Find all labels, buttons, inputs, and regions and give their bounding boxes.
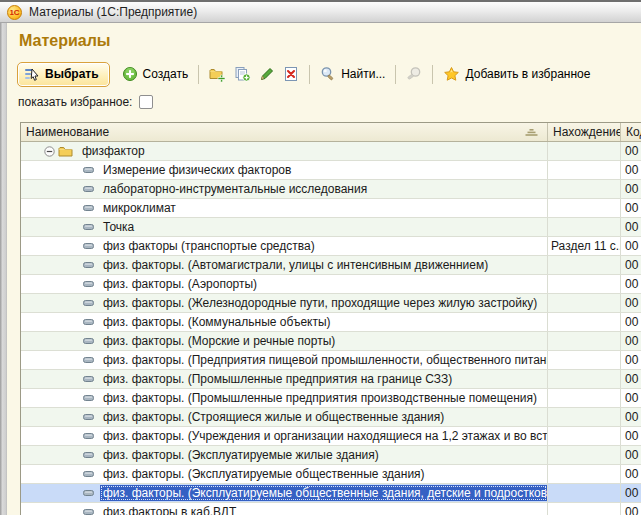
copy-item-button[interactable] <box>230 64 255 84</box>
row-label: физ. факторы. (Предприятия пищевой промы… <box>100 352 547 368</box>
add-favorite-button[interactable]: Добавить в избранное <box>439 64 594 84</box>
row-location <box>547 408 620 426</box>
sort-ascending-icon <box>525 128 538 137</box>
table-row[interactable]: физ. факторы. (Коммунальные объекты) 00 <box>21 313 641 332</box>
select-button[interactable]: Выбрать <box>17 62 110 87</box>
new-group-button[interactable] <box>205 64 230 84</box>
row-label: физ. факторы. (Автомагистрали, улицы с и… <box>100 257 491 273</box>
row-name-cell: физ. факторы. (Строящиеся жилые и общест… <box>21 408 547 426</box>
folder-icon <box>58 145 73 158</box>
cancel-search-button[interactable] <box>402 64 426 84</box>
row-location <box>547 465 620 483</box>
row-label: физ. факторы. (Промышленные предприятия … <box>100 390 540 406</box>
row-name-cell: физ факторы (транспортые средства) <box>21 237 547 255</box>
item-dash-icon <box>83 395 94 401</box>
table-row[interactable]: физ. факторы. (Промышленные предприятия … <box>21 370 641 389</box>
delete-button[interactable] <box>279 64 303 84</box>
column-header-name-label: Наименование <box>26 125 109 139</box>
row-label: физ. факторы. (Строящиеся жилые и общест… <box>100 409 447 425</box>
table-row[interactable]: физфактор 00 <box>21 142 641 161</box>
table-header: Наименование Нахождение... Код <box>21 123 641 142</box>
table-row[interactable]: физ. факторы. (Промышленные предприятия … <box>21 389 641 408</box>
row-label: Точка <box>100 219 137 235</box>
table-row[interactable]: физ факторы (транспортые средства) Разде… <box>21 237 641 256</box>
table-row[interactable]: физ. факторы. (Эксплуатируемые обществен… <box>21 465 641 484</box>
column-header-code[interactable]: Код <box>620 123 641 141</box>
row-code: 00 <box>620 503 641 515</box>
table-row[interactable]: микроклимат 00 <box>21 199 641 218</box>
table-row[interactable]: физ. факторы. (Эксплуатируемые обществен… <box>21 484 641 503</box>
row-name-cell: физ. факторы. (Морские и речные порты) <box>21 332 547 350</box>
table-row[interactable]: Измерение физических факторов 00 <box>21 161 641 180</box>
row-name-cell: физ. факторы. (Аэропорты) <box>21 275 547 293</box>
cancel-search-icon <box>406 66 422 82</box>
row-name-cell: физ. факторы. (Эксплуатируемые жилые зда… <box>21 446 547 464</box>
row-label: лабораторно-инструментальные исследовани… <box>100 181 370 197</box>
row-code: 00 <box>620 256 641 274</box>
add-favorite-button-label: Добавить в избранное <box>465 67 590 81</box>
row-location <box>547 256 620 274</box>
table-row[interactable]: физ. факторы. (Аэропорты) 00 <box>21 275 641 294</box>
row-label: физ. факторы. (Железнодородные пути, про… <box>100 295 540 311</box>
table-row[interactable]: физ. факторы. (Учреждения и организации … <box>21 427 641 446</box>
titlebar[interactable]: 1С Материалы (1С:Предприятие) <box>0 0 641 23</box>
row-label: физ. факторы. (Эксплуатируемые жилые зда… <box>100 447 382 463</box>
item-dash-icon <box>83 167 94 173</box>
window-title: Материалы (1С:Предприятие) <box>29 5 197 19</box>
edit-button[interactable] <box>255 64 279 84</box>
row-location <box>547 180 620 198</box>
row-name-cell: Точка <box>21 218 547 236</box>
row-code: 00 <box>620 370 641 388</box>
row-name-cell: физ. факторы. (Автомагистрали, улицы с и… <box>21 256 547 274</box>
show-favorites-checkbox[interactable] <box>139 95 153 109</box>
row-code: 00 <box>620 332 641 350</box>
row-label: физ.факторы в каб.ВДТ <box>100 504 239 515</box>
app-icon: 1С <box>7 5 22 20</box>
row-name-cell: физ. факторы. (Учреждения и организации … <box>21 427 547 445</box>
toolbar-separator <box>432 65 433 84</box>
find-button[interactable]: Найти... <box>316 64 389 84</box>
row-label: физ. факторы. (Коммунальные объекты) <box>100 314 334 330</box>
row-location: Раздел 11 с... <box>547 237 620 255</box>
row-label: физ. факторы. (Эксплуатируемые обществен… <box>100 485 547 501</box>
column-header-location[interactable]: Нахождение... <box>547 123 620 141</box>
table-row[interactable]: Точка 00 <box>21 218 641 237</box>
row-name-cell: лабораторно-инструментальные исследовани… <box>21 180 547 198</box>
window-content: Материалы Выбрать <box>7 23 641 515</box>
item-dash-icon <box>83 490 94 496</box>
row-code: 00 <box>620 218 641 236</box>
row-location <box>547 199 620 217</box>
item-dash-icon <box>83 262 94 268</box>
item-dash-icon <box>83 224 94 230</box>
collapse-icon[interactable] <box>44 146 55 157</box>
table-row[interactable]: физ. факторы. (Железнодородные пути, про… <box>21 294 641 313</box>
table-row[interactable]: физ. факторы. (Строящиеся жилые и общест… <box>21 408 641 427</box>
row-code: 00 <box>620 294 641 312</box>
row-name-cell: физфактор <box>21 142 547 160</box>
table-row[interactable]: физ. факторы. (Автомагистрали, улицы с и… <box>21 256 641 275</box>
table-row[interactable]: физ. факторы. (Предприятия пищевой промы… <box>21 351 641 370</box>
item-dash-icon <box>83 300 94 306</box>
row-location <box>547 427 620 445</box>
create-plus-icon <box>122 66 138 82</box>
row-name-cell: физ.факторы в каб.ВДТ <box>21 503 547 515</box>
item-dash-icon <box>83 471 94 477</box>
table-row[interactable]: физ. факторы. (Эксплуатируемые жилые зда… <box>21 446 641 465</box>
create-button[interactable]: Создать <box>118 64 193 84</box>
row-label: физ. факторы. (Промышленные предприятия … <box>100 371 455 387</box>
search-icon <box>320 66 336 82</box>
row-location <box>547 446 620 464</box>
row-code: 00 <box>620 427 641 445</box>
table-row[interactable]: физ. факторы. (Морские и речные порты) 0… <box>21 332 641 351</box>
table-row[interactable]: лабораторно-инструментальные исследовани… <box>21 180 641 199</box>
toolbar-separator <box>198 65 199 84</box>
table-row[interactable]: физ.факторы в каб.ВДТ 00 <box>21 503 641 515</box>
row-code: 00 <box>620 237 641 255</box>
row-label: физфактор <box>79 143 148 159</box>
row-location <box>547 313 620 331</box>
row-label: физ. факторы. (Морские и речные порты) <box>100 333 338 349</box>
materials-table: Наименование Нахождение... Код <box>20 122 641 515</box>
window-left-frame <box>0 23 7 515</box>
row-label: физ факторы (транспортые средства) <box>100 238 318 254</box>
column-header-name[interactable]: Наименование <box>21 123 547 141</box>
